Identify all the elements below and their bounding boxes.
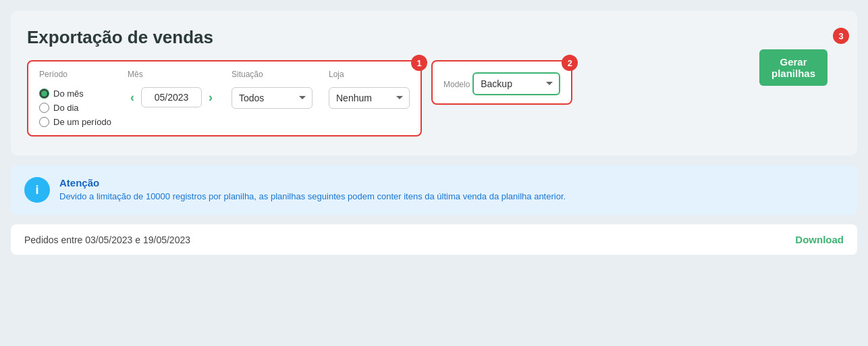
situacao-label: Situação bbox=[232, 70, 313, 79]
radio-do-mes-input[interactable] bbox=[39, 89, 49, 99]
info-text: Devido a limitação de 10000 registros po… bbox=[59, 191, 566, 201]
filter-box-1: 1 Período Do mês Do dia De um período bbox=[27, 60, 422, 137]
result-text: Pedidos entre 03/05/2023 e 19/05/2023 bbox=[24, 234, 190, 245]
radio-do-dia-label: Do dia bbox=[53, 103, 79, 113]
mes-group: Mês ‹ › bbox=[128, 70, 215, 107]
situacao-group: Situação Todos Aprovado Cancelado bbox=[232, 70, 313, 109]
download-button[interactable]: Download bbox=[795, 234, 844, 245]
loja-select[interactable]: Nenhum Loja 1 Loja 2 bbox=[329, 87, 410, 109]
mes-label: Mês bbox=[128, 70, 215, 79]
info-content: Atenção Devido a limitação de 10000 regi… bbox=[59, 177, 566, 201]
mes-input[interactable] bbox=[141, 87, 202, 107]
modelo-label: Modelo bbox=[443, 80, 470, 89]
info-icon: i bbox=[24, 177, 50, 203]
badge-1: 1 bbox=[411, 55, 427, 71]
radio-do-mes-label: Do mês bbox=[53, 89, 84, 99]
result-row: Pedidos entre 03/05/2023 e 19/05/2023 Do… bbox=[11, 224, 857, 255]
radio-de-um-periodo-label: De um período bbox=[53, 117, 111, 127]
page-title: Exportação de vendas bbox=[27, 27, 841, 48]
badge-3: 3 bbox=[833, 28, 849, 44]
main-card: Exportação de vendas 1 Período Do mês Do… bbox=[11, 11, 857, 155]
loja-group: Loja Nenhum Loja 1 Loja 2 bbox=[329, 70, 410, 109]
mes-prev-button[interactable]: ‹ bbox=[128, 91, 137, 105]
mes-next-button[interactable]: › bbox=[206, 91, 215, 105]
periodo-label: Período bbox=[39, 70, 111, 79]
modelo-select[interactable]: Backup Padrão Completo bbox=[472, 72, 560, 95]
filter-box-2: 2 Modelo Backup Padrão Completo bbox=[431, 60, 572, 105]
mes-nav: ‹ › bbox=[128, 87, 215, 107]
radio-de-um-periodo[interactable]: De um período bbox=[39, 117, 111, 127]
radio-do-mes[interactable]: Do mês bbox=[39, 89, 111, 99]
info-card: i Atenção Devido a limitação de 10000 re… bbox=[11, 165, 857, 215]
radio-do-dia[interactable]: Do dia bbox=[39, 103, 111, 113]
radio-do-dia-input[interactable] bbox=[39, 103, 49, 113]
gerar-planilhas-button[interactable]: Gerar planilhas bbox=[759, 49, 828, 86]
radio-de-um-periodo-input[interactable] bbox=[39, 117, 49, 127]
filters-row: 1 Período Do mês Do dia De um período bbox=[27, 60, 841, 137]
situacao-select[interactable]: Todos Aprovado Cancelado bbox=[232, 87, 313, 109]
loja-label: Loja bbox=[329, 70, 410, 79]
badge-2: 2 bbox=[562, 55, 578, 71]
info-title: Atenção bbox=[59, 177, 566, 189]
periodo-group: Período Do mês Do dia De um período bbox=[39, 70, 111, 127]
